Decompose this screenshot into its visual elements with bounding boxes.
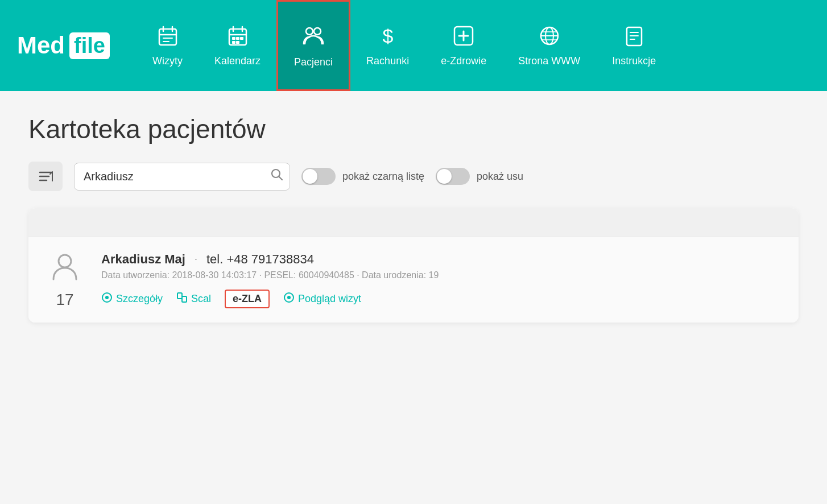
logo: Med file: [11, 0, 137, 91]
nav-item-kalendarz[interactable]: Kalendarz: [199, 0, 276, 91]
kalendarz-icon: [226, 24, 249, 51]
strona-www-icon: [538, 24, 561, 51]
nav-item-ezdrowie[interactable]: e-Zdrowie: [425, 0, 502, 91]
header: Med file Wizyty: [0, 0, 827, 91]
rachunki-label: Rachunki: [366, 55, 409, 67]
patient-list: 17 Arkadiusz Maj · tel. +48 791738834 Da…: [28, 208, 799, 323]
nav-item-instrukcje[interactable]: Instrukcje: [596, 0, 672, 91]
main-content: Kartoteka pacjentów pokaż czarną listę: [0, 91, 827, 504]
action-szczegoly[interactable]: Szczegóły: [101, 292, 163, 306]
patient-avatar-area: 17: [49, 251, 81, 309]
patient-phone: tel. +48 791738834: [206, 252, 314, 267]
svg-rect-13: [232, 41, 235, 44]
ezdrowie-label: e-Zdrowie: [441, 55, 486, 67]
toggle-deleted-label: pokaż usu: [477, 171, 523, 183]
nav-item-wizyty[interactable]: Wizyty: [137, 0, 199, 91]
patient-card: 17 Arkadiusz Maj · tel. +48 791738834 Da…: [28, 237, 799, 323]
action-scal[interactable]: Scal: [176, 292, 211, 306]
action-ezla-label: e-ZLA: [233, 293, 262, 304]
svg-point-41: [287, 296, 291, 299]
patient-avatar-icon: [49, 251, 81, 287]
action-podglad-wizyt-label: Podgląd wizyt: [298, 293, 361, 305]
nav-item-rachunki[interactable]: $ Rachunki: [350, 0, 425, 91]
svg-line-34: [279, 176, 282, 180]
patient-actions: Szczegóły Scal e-ZLA: [101, 290, 778, 308]
instrukcje-icon: [623, 24, 646, 51]
page-title: Kartoteka pacjentów: [28, 114, 799, 144]
search-input[interactable]: [74, 163, 290, 191]
search-row: pokaż czarną listę pokaż usu: [28, 162, 799, 191]
action-podglad-wizyt[interactable]: Podgląd wizyt: [283, 292, 361, 306]
patient-meta: Data utworzenia: 2018-08-30 14:03:17 · P…: [101, 270, 778, 280]
main-nav: Wizyty Kalendarz: [137, 0, 816, 91]
toggle-blacklist[interactable]: [301, 168, 336, 185]
action-szczegoly-label: Szczegóły: [116, 293, 163, 305]
toggle-deleted[interactable]: [436, 168, 470, 185]
svg-rect-11: [236, 37, 239, 40]
ezdrowie-icon: [452, 24, 475, 51]
patient-info: Arkadiusz Maj · tel. +48 791738834 Data …: [101, 252, 778, 308]
action-ezla[interactable]: e-ZLA: [225, 290, 270, 308]
szczegoly-icon: [101, 292, 113, 306]
wizyty-icon: [156, 24, 179, 51]
patient-name-row: Arkadiusz Maj · tel. +48 791738834: [101, 252, 778, 267]
svg-rect-38: [177, 293, 182, 299]
svg-rect-39: [182, 296, 187, 302]
pacjenci-icon: [301, 23, 326, 52]
patient-dot: ·: [195, 253, 197, 265]
phone-number: +48 791738834: [226, 252, 314, 266]
search-button[interactable]: [271, 168, 283, 184]
svg-point-37: [105, 296, 109, 299]
patient-number: 17: [56, 291, 73, 309]
scal-icon: [176, 292, 188, 306]
search-input-wrap: [74, 163, 290, 191]
action-scal-label: Scal: [191, 293, 211, 305]
nav-item-strona-www[interactable]: Strona WWW: [502, 0, 596, 91]
kalendarz-label: Kalendarz: [214, 55, 260, 67]
svg-point-16: [314, 28, 321, 35]
svg-rect-10: [232, 37, 235, 40]
sort-button[interactable]: [28, 162, 63, 191]
logo-file: file: [69, 32, 110, 59]
svg-rect-12: [240, 37, 243, 40]
svg-rect-0: [159, 29, 176, 45]
pacjenci-label: Pacjenci: [294, 56, 333, 68]
wizyty-label: Wizyty: [152, 55, 183, 67]
svg-point-35: [59, 255, 71, 267]
strona-www-label: Strona WWW: [518, 55, 580, 67]
rachunki-icon: $: [377, 24, 399, 51]
nav-item-pacjenci[interactable]: Pacjenci: [276, 0, 350, 91]
toggle-deleted-group: pokaż usu: [436, 168, 523, 185]
logo-text: Med file: [17, 32, 110, 59]
patient-name: Arkadiusz Maj: [101, 252, 185, 267]
logo-med: Med: [17, 32, 65, 59]
svg-rect-14: [236, 41, 239, 44]
svg-point-15: [306, 28, 313, 35]
toggle-blacklist-group: pokaż czarną listę: [301, 168, 424, 185]
patient-card-top-bar: [28, 208, 799, 237]
toggle-blacklist-label: pokaż czarną listę: [342, 171, 424, 183]
svg-text:$: $: [382, 25, 393, 47]
podglad-icon: [283, 292, 295, 306]
phone-prefix: tel.: [206, 252, 223, 266]
instrukcje-label: Instrukcje: [612, 55, 656, 67]
